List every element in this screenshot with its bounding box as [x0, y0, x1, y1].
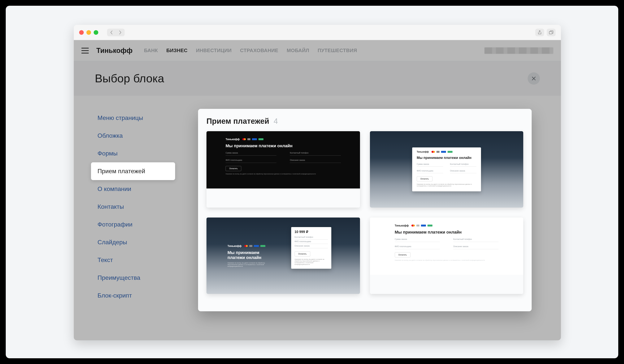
payment-icons — [411, 225, 432, 227]
visa-icon — [441, 151, 446, 153]
fine-print: Нажимая на кнопку, вы даете согласие на … — [295, 258, 328, 265]
field-phone: Контактный телефон — [295, 235, 328, 239]
field-amount: Сумма заказа — [395, 237, 440, 242]
mastercard-icon — [244, 245, 248, 247]
mini-brand: Тинькофф — [395, 224, 409, 227]
field-payer: ФИО плательщика — [226, 158, 276, 163]
field-amount: Сумма заказа — [226, 151, 276, 156]
fine-print: Нажимая на кнопку, вы даете согласие на … — [226, 173, 341, 175]
card-icon — [249, 245, 252, 247]
field-phone: Контактный телефон — [453, 237, 498, 242]
mini-brand: Тинькофф — [226, 138, 240, 141]
mini-heading: Мы принимаем платежи онлайн — [417, 156, 476, 160]
traffic-lights — [79, 30, 98, 35]
panel-title: Прием платежей — [207, 117, 269, 125]
mini-heading: Мы принимаем платежи онлайн — [395, 230, 499, 235]
field-desc: Описание заказа — [290, 158, 341, 163]
chevron-left-icon — [110, 31, 113, 34]
window-toolbar — [74, 25, 561, 40]
nav-forward-button[interactable] — [116, 29, 125, 36]
payment-icons — [242, 138, 263, 140]
field-phone: Контактный телефон — [450, 162, 476, 166]
share-icon — [538, 30, 542, 35]
share-button[interactable] — [535, 29, 544, 36]
close-window-icon[interactable] — [79, 30, 84, 35]
mastercard-icon — [411, 225, 415, 227]
nav-back-button[interactable] — [107, 29, 116, 36]
mir-icon — [447, 151, 452, 153]
pay-button: Оплатить — [417, 176, 432, 182]
price-value: 10 999 ₽ — [295, 230, 328, 234]
maximize-window-icon[interactable] — [94, 30, 98, 35]
site-viewport: Тинькофф БАНК БИЗНЕС ИНВЕСТИЦИИ СТРАХОВА… — [74, 40, 561, 340]
card-icon — [437, 151, 440, 153]
field-amount: Сумма заказа — [417, 162, 443, 166]
visa-icon — [421, 225, 426, 227]
mir-icon — [260, 245, 265, 247]
block-picker-panel: Прием платежей 4 Тинькофф — [198, 109, 532, 311]
fine-print: Нажимая на кнопку, вы даете согласие на … — [417, 183, 476, 187]
visa-icon — [254, 245, 259, 247]
template-card-dark[interactable]: Тинькофф Мы принимаем платежи онлайн — [207, 131, 360, 207]
template-card-white[interactable]: Тинькофф Мы принимаем платежи онлайн — [370, 218, 523, 294]
sidebar-item-payments[interactable]: Прием платежей — [91, 162, 175, 180]
fine-print: Нажимая на кнопку, вы даете согласие на … — [228, 262, 269, 267]
pay-button: Оплатить — [395, 252, 411, 257]
svg-rect-0 — [549, 31, 552, 34]
field-desc: Описание заказа — [295, 244, 328, 248]
pay-button: Оплатить — [295, 251, 310, 256]
template-card-photo-center[interactable]: Тинькофф Мы принимаем платежи — [370, 131, 523, 207]
mini-brand: Тинькофф — [228, 245, 242, 248]
fine-print: Нажимая на кнопку, вы даете согласие на … — [395, 259, 499, 261]
browser-window: Тинькофф БАНК БИЗНЕС ИНВЕСТИЦИИ СТРАХОВА… — [74, 25, 561, 340]
chevron-right-icon — [119, 31, 122, 34]
mini-brand: Тинькофф — [417, 151, 429, 153]
nav-back-forward — [107, 29, 125, 36]
field-desc: Описание заказа — [450, 169, 476, 173]
mini-heading: Мы принимаем платежи онлайн — [228, 250, 269, 260]
field-payer: ФИО плательщика — [417, 169, 443, 173]
mini-heading: Мы принимаем платежи онлайн — [226, 143, 341, 148]
mastercard-icon — [242, 138, 246, 140]
field-phone: Контактный телефон — [290, 151, 341, 156]
field-desc: Описание заказа — [453, 244, 498, 249]
payment-icons — [244, 245, 265, 247]
field-payer: ФИО плательщика — [395, 244, 440, 249]
mir-icon — [427, 225, 432, 227]
tabs-icon — [549, 31, 553, 34]
minimize-window-icon[interactable] — [86, 30, 91, 35]
panel-count: 4 — [274, 117, 278, 125]
mastercard-icon — [432, 151, 435, 153]
visa-icon — [252, 138, 257, 140]
template-card-photo-split[interactable]: Тинькофф Мы принимаем платежи — [207, 218, 360, 294]
tabs-button[interactable] — [547, 29, 556, 36]
payment-icons — [432, 151, 452, 153]
card-icon — [416, 225, 419, 227]
pay-button: Оплатить — [226, 166, 241, 171]
field-payer: ФИО плательщика — [295, 239, 328, 244]
card-icon — [247, 138, 250, 140]
mir-icon — [259, 138, 263, 140]
